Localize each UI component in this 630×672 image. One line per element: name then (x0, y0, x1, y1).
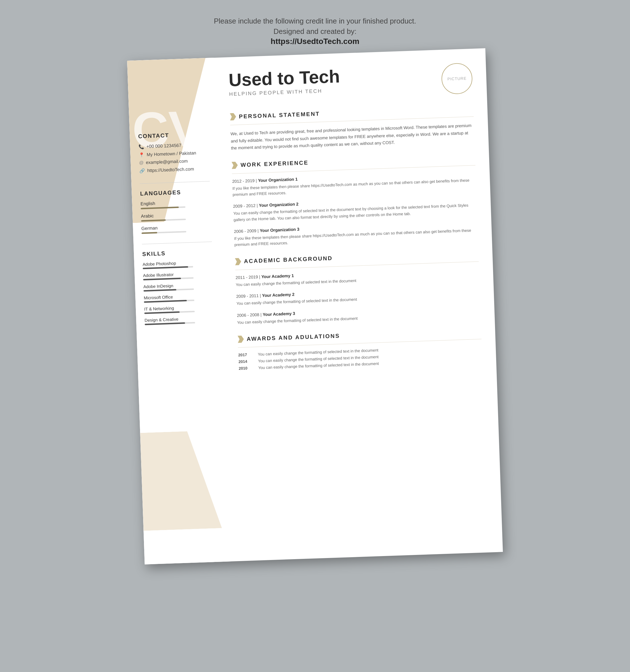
profile-picture: PICTURE (441, 63, 473, 95)
awards-header: AWARDS AND ADULATIONS (238, 327, 481, 343)
resume-header: Used to Tech HELPING PEOPLE WITH TECH PI… (228, 63, 473, 102)
lang-arabic: Arabic (141, 211, 211, 222)
work-item-3: 2006 - 2009 | Your Organization 3 If you… (234, 221, 478, 248)
lang-english: English (141, 199, 211, 210)
lang-english-bar (141, 206, 185, 210)
skills-section: SKILLS Adobe Photoshop Adobe Illustrator… (142, 249, 215, 326)
skill-illustrator: Adobe Illustrator (143, 271, 213, 281)
phone-icon: 📞 (138, 144, 144, 149)
lang-german: German (141, 224, 212, 234)
skills-title: SKILLS (142, 249, 213, 258)
work-experience-header: WORK EXPERIENCE (232, 153, 475, 169)
skill-indesign: Adobe InDesign (143, 282, 214, 292)
work-item-1: 2012 - 2019 | Your Organization 1 If you… (232, 170, 476, 198)
award-year-2: 2014 (238, 359, 252, 364)
languages-section: LANGUAGES English Arabic German (140, 188, 211, 234)
designed-by: Designed and created by: (214, 27, 416, 36)
section-icon-ab (235, 258, 241, 265)
academic-header: ACADEMIC BACKGROUND (235, 249, 479, 265)
name-block: Used to Tech HELPING PEOPLE WITH TECH (228, 67, 340, 97)
skill-msoffice: Microsoft Office (144, 293, 214, 303)
personal-statement-title: PERSONAL STATEMENT (239, 110, 320, 120)
languages-title: LANGUAGES (140, 188, 210, 197)
personal-statement-header: PERSONAL STATEMENT (230, 105, 474, 120)
credit-area: Please include the following credit line… (214, 17, 416, 46)
divider-2 (142, 242, 212, 244)
contact-phone: 📞 +00 000 1234567 (138, 142, 209, 149)
email-icon: @ (139, 160, 144, 166)
lang-german-name: German (141, 224, 211, 231)
contact-section: CONTACT 📞 +00 000 1234567 📍 My Hometown … (138, 131, 210, 174)
divider-1 (140, 181, 210, 184)
web-icon: 🔗 (139, 168, 145, 174)
lang-arabic-bar (141, 219, 186, 222)
academic-item-3: 2006 - 2008 | Your Academy 3 You can eas… (237, 304, 481, 326)
sidebar-content: CONTACT 📞 +00 000 1234567 📍 My Hometown … (127, 58, 224, 346)
contact-title: CONTACT (138, 131, 208, 140)
academic-item-1: 2011 - 2019 | Your Academy 1 You can eas… (236, 267, 479, 288)
personal-statement-section: PERSONAL STATEMENT We, at Used to Tech a… (230, 105, 475, 152)
skill-design-creative: Design & Creative (144, 316, 215, 326)
award-year-1: 2017 (238, 352, 252, 357)
skill-indesign-name: Adobe InDesign (143, 282, 213, 289)
skill-photoshop-name: Adobe Photoshop (143, 260, 213, 267)
credit-line: Please include the following credit line… (214, 17, 416, 25)
location-icon: 📍 (139, 152, 144, 158)
skill-photoshop: Adobe Photoshop (143, 260, 213, 269)
awards-section: AWARDS AND ADULATIONS 2017 You can easil… (238, 327, 482, 370)
lang-arabic-name: Arabic (141, 211, 211, 219)
academic-title: ACADEMIC BACKGROUND (244, 255, 333, 265)
academic-item-2: 2009 - 2011 | Your Academy 2 You can eas… (236, 286, 480, 307)
bg-shape-bottom (140, 430, 222, 531)
section-icon-we (232, 162, 238, 169)
award-year-3: 2010 (239, 366, 253, 371)
awards-title: AWARDS AND ADULATIONS (247, 332, 340, 342)
website-url: https://UsedtoTech.com (214, 37, 416, 46)
section-icon-aw (238, 335, 244, 343)
contact-website: 🔗 https://UsedtoTech.com (139, 166, 210, 174)
skill-msoffice-name: Microsoft Office (144, 293, 214, 301)
skill-design-creative-name: Design & Creative (144, 316, 215, 323)
lang-german-bar (141, 231, 186, 234)
section-icon-ps (230, 113, 236, 120)
sidebar: CV CONTACT 📞 +00 000 1234567 📍 My Hometo… (127, 58, 232, 565)
skill-illustrator-name: Adobe Illustrator (143, 271, 213, 278)
work-experience-section: WORK EXPERIENCE 2012 - 2019 | Your Organ… (232, 153, 478, 248)
personal-statement-text: We, at Used to Tech are providing great,… (231, 122, 475, 152)
resume-document: CV CONTACT 📞 +00 000 1234567 📍 My Hometo… (127, 48, 503, 565)
academic-section: ACADEMIC BACKGROUND 2011 - 2019 | Your A… (235, 249, 481, 326)
awards-table: 2017 You can easily change the formattin… (238, 344, 482, 370)
resume-name: Used to Tech (228, 67, 340, 89)
main-content: Used to Tech HELPING PEOPLE WITH TECH PI… (214, 48, 503, 561)
lang-english-name: English (141, 199, 211, 207)
skill-it-networking: IT & Networking (144, 304, 215, 314)
work-experience-title: WORK EXPERIENCE (241, 160, 309, 168)
work-item-2: 2009 - 2012 | Your Organization 2 You ca… (233, 195, 477, 223)
contact-email: @ example@gmail.com (139, 158, 209, 166)
skill-it-networking-name: IT & Networking (144, 304, 214, 312)
contact-location: 📍 My Hometown / Pakistan (139, 150, 209, 158)
